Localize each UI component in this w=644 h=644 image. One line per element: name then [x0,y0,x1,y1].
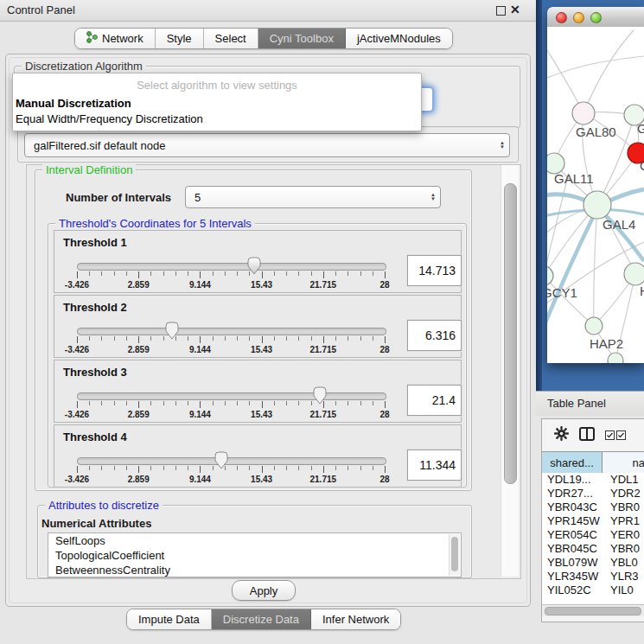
number-of-intervals-label: Number of Intervals [66,191,171,204]
table-row[interactable]: YBR045CYBR0 [542,542,644,556]
table-row[interactable]: YLR345WYLR3 [542,570,644,583]
slider-scale-label: 15.43 [251,345,272,354]
cell-name[interactable]: YBR0 [607,501,644,514]
scrollbar-thumb[interactable] [545,607,641,615]
cell-shared-name[interactable]: YPR145W [542,514,607,528]
tab-discretize-data[interactable]: Discretize Data [212,609,311,629]
tab-select[interactable]: Select [204,29,258,48]
float-window-icon[interactable] [496,6,506,16]
settings-vertical-scrollbar[interactable] [501,165,519,577]
cell-name[interactable]: YLR3 [607,570,644,583]
network-window-titlebar[interactable] [547,7,644,28]
cell-name[interactable]: YDR2 [607,487,644,501]
minimize-traffic-light-icon[interactable] [573,12,584,23]
numerical-attributes-list[interactable]: SelfLoopsTopologicalCoefficientBetweenne… [48,532,462,577]
threshold-2-slider-track[interactable] [77,328,386,335]
node-gcy1[interactable] [547,266,553,285]
columns-icon[interactable] [579,427,595,443]
cell-shared-name[interactable]: YDR27... [542,487,607,501]
threshold-2-value-field[interactable]: 6.316 [407,320,462,351]
scrollbar-thumb[interactable] [451,537,458,571]
threshold-1-slider-track[interactable] [77,263,386,271]
cell-shared-name[interactable]: YLR345W [542,570,607,583]
cell-name[interactable]: YBL0 [607,556,644,570]
label-gal80: GAL80 [576,124,616,139]
number-of-intervals-select[interactable]: 5 ▲▼ [185,186,441,208]
table-data-select[interactable]: galFiltered.sif default node ▲▼ [24,133,510,157]
attribute-list-item[interactable]: BetweennessCentrality [48,563,461,577]
table-row[interactable]: YIL052CYIL0 [542,583,644,597]
table-row[interactable]: YER054CYER0 [542,528,644,542]
scrollbar-thumb[interactable] [504,183,517,484]
apply-button[interactable]: Apply [232,580,296,601]
cell-name[interactable]: YBR0 [607,542,644,556]
network-icon [86,31,98,46]
close-icon[interactable]: ✕ [510,3,520,16]
threshold-4-value-field[interactable]: 11.344 [407,450,462,481]
cell-shared-name[interactable]: YBR045C [542,542,607,556]
threshold-3-slider-track[interactable] [77,392,386,400]
algorithm-group-title: Discretization Algorithm [22,60,146,73]
table-row[interactable]: YBR043CYBR0 [542,501,644,514]
threshold-3-slider-thumb[interactable] [313,386,327,405]
application-window: Control Panel ✕ Network Style Select [0,0,644,644]
node-h[interactable] [624,263,644,285]
attribute-list-item[interactable]: SelfLoops [48,533,461,548]
slider-tick [373,336,373,341]
close-traffic-light-icon[interactable] [556,12,567,23]
tab-cyni-toolbox[interactable]: Cyni Toolbox [258,29,346,48]
node-hap2[interactable] [585,317,603,335]
column-header-shared-name[interactable]: shared... [542,452,603,473]
slider-tick [360,271,361,276]
list-vertical-scrollbar[interactable] [449,534,460,576]
slider-tick [360,466,361,470]
cell-shared-name[interactable]: YER054C [542,528,607,542]
threshold-4-slider-thumb[interactable] [214,451,228,469]
combo-stepper-icon[interactable]: ▲▼ [495,141,509,150]
slider-tick [360,401,361,405]
cell-name[interactable]: YIL0 [607,583,644,597]
tab-style[interactable]: Style [156,29,204,48]
node-gal80[interactable] [572,102,595,124]
threshold-1-slider-thumb[interactable] [247,257,261,275]
table-horizontal-scrollbar[interactable] [542,604,644,616]
table-row[interactable]: YPR145WYPR1 [542,514,644,528]
table-row[interactable]: YBL079WYBL0 [542,556,644,570]
slider-tick [150,271,151,276]
checkbox-icon[interactable] [605,430,615,440]
cell-shared-name[interactable]: YDL19... [542,473,607,487]
cell-shared-name[interactable]: YBR043C [542,501,607,514]
threshold-4-slider-track[interactable] [77,457,386,465]
gear-icon[interactable] [554,426,569,443]
panel-divider[interactable] [536,0,542,391]
network-view-window[interactable]: GAL80 GA G GAL11 GAL4 GCY1 H HAP2 [547,7,644,363]
cell-name[interactable]: YER0 [607,528,644,542]
slider-tick [175,401,176,405]
popup-item-equal-width-frequency[interactable]: Equal Width/Frequency Discretization [16,112,203,125]
algorithm-dropdown-popup: Select algorithm to view settings Manual… [12,73,422,131]
node-gal4[interactable] [583,191,611,219]
tab-infer-network[interactable]: Infer Network [311,609,400,629]
table-row[interactable]: YDL19...YDL1 [542,473,644,487]
threshold-3-value-field[interactable]: 21.4 [407,385,462,416]
tab-impute-data[interactable]: Impute Data [127,609,212,629]
slider-tick [249,466,250,470]
cell-name[interactable]: YPR1 [607,514,644,528]
combo-stepper-icon[interactable]: ▲▼ [426,193,440,201]
checkbox-icon[interactable] [616,430,626,440]
threshold-2-slider-thumb[interactable] [165,322,179,340]
node-bottom-partial[interactable] [608,353,623,363]
tab-network[interactable]: Network [75,29,156,48]
tab-jactivemnodules[interactable]: jActiveMNodules [346,29,452,48]
cell-name[interactable]: YDL1 [607,473,644,487]
cell-shared-name[interactable]: YBL079W [542,556,607,570]
table-row[interactable]: YDR27...YDR2 [542,487,644,501]
network-canvas[interactable]: GAL80 GA G GAL11 GAL4 GCY1 H HAP2 [547,27,644,363]
threshold-1-value-field[interactable]: 14.713 [407,255,462,286]
attribute-list-item[interactable]: TopologicalCoefficient [48,548,461,563]
slider-tick [323,466,324,473]
cell-shared-name[interactable]: YIL052C [542,583,607,597]
popup-item-manual-discretization[interactable]: Manual Discretization [16,97,131,110]
zoom-traffic-light-icon[interactable] [590,12,602,23]
column-header-name[interactable]: na [603,452,644,473]
